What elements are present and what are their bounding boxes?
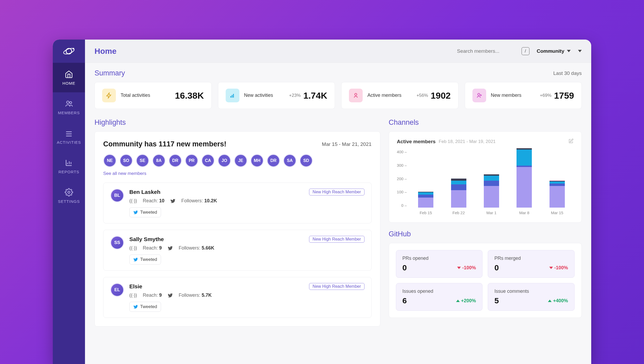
- bolt-icon: [102, 89, 116, 102]
- github-card[interactable]: PRs merged 0 -100%: [488, 250, 575, 278]
- ytick: 400 –: [397, 150, 407, 154]
- member-card[interactable]: SS Sally Smythe New High Reach Member ((…: [103, 230, 372, 271]
- github-card[interactable]: PRs opened 0 -100%: [396, 250, 483, 278]
- twitter-icon: [168, 293, 173, 298]
- bar-segment: [484, 181, 499, 186]
- twitter-icon: [170, 198, 176, 204]
- reach-icon: ((·)): [129, 245, 137, 251]
- svg-point-10: [478, 93, 480, 95]
- avatar: SS: [110, 236, 124, 250]
- highlights-date: Mar 15 - Mar 21, 2021: [322, 141, 372, 147]
- summary-cards: Total activities 16.38K New activities +…: [94, 82, 582, 109]
- bar-segment: [517, 167, 532, 208]
- workspace-label: Community: [537, 48, 565, 54]
- action-chip[interactable]: Tweeted: [129, 255, 161, 265]
- bar-label: Feb 22: [451, 210, 466, 215]
- github-card[interactable]: Issues opened 6 +200%: [396, 283, 483, 311]
- followers-stat: Followers: 5.7K: [179, 293, 212, 298]
- reach-icon: ((·)): [129, 198, 137, 204]
- gh-delta: -100%: [457, 265, 476, 271]
- workspace-dropdown[interactable]: Community: [537, 48, 571, 54]
- avatar[interactable]: 8A: [152, 154, 165, 167]
- search: /: [457, 47, 529, 55]
- avatar[interactable]: PR: [185, 154, 198, 167]
- avatar[interactable]: SE: [136, 154, 149, 167]
- card-active-members[interactable]: Active members +56%1902: [341, 82, 458, 109]
- bar-segment: [550, 186, 565, 208]
- sidebar-item-label: MEMBERS: [58, 111, 80, 115]
- svg-rect-7: [232, 95, 233, 98]
- member-name: Sally Smythe: [129, 236, 164, 242]
- card-value: 1.74K: [303, 90, 327, 101]
- sidebar-item-settings[interactable]: SETTINGS: [53, 181, 85, 210]
- logo[interactable]: [53, 40, 85, 63]
- see-all-link[interactable]: See all new members: [103, 171, 372, 176]
- avatar[interactable]: SA: [283, 154, 296, 167]
- search-input[interactable]: [457, 48, 518, 54]
- svg-point-9: [355, 93, 357, 95]
- action-chip[interactable]: Tweeted: [129, 302, 161, 312]
- card-label: New activities: [244, 92, 273, 98]
- reach-stat: Reach: 9: [143, 245, 162, 251]
- bar-label: Feb 15: [418, 210, 433, 215]
- settings-icon: [65, 188, 73, 197]
- twitter-icon: [168, 246, 173, 251]
- avatar[interactable]: SO: [120, 154, 133, 167]
- kbd-hint: /: [522, 47, 529, 55]
- secondary-dropdown[interactable]: [578, 50, 582, 52]
- reach-stat: Reach: 9: [143, 293, 162, 298]
- member-badge: New High Reach Member: [309, 189, 364, 195]
- bars-icon: [226, 89, 239, 102]
- avatar[interactable]: MH: [250, 154, 264, 167]
- gh-delta: +200%: [456, 298, 476, 304]
- github-card[interactable]: Issue comments 5 +400%: [488, 283, 575, 311]
- avatar[interactable]: NE: [103, 154, 116, 167]
- chevron-down-icon: [578, 50, 582, 52]
- highlights-headline: Community has 1117 new members!: [103, 140, 226, 148]
- topbar: Home / Community: [85, 40, 591, 63]
- members-icon: [65, 99, 73, 108]
- avatar[interactable]: JE: [234, 154, 247, 167]
- sidebar-item-label: SETTINGS: [58, 199, 80, 204]
- avatar[interactable]: CA: [201, 154, 215, 167]
- sidebar-item-activities[interactable]: ACTIVITIES: [53, 122, 85, 151]
- card-total-activities[interactable]: Total activities 16.38K: [94, 82, 212, 109]
- bar-segment: [451, 190, 466, 208]
- chart-title: Active members: [397, 139, 436, 145]
- sidebar-item-home[interactable]: HOME: [53, 63, 85, 92]
- followers-stat: Followers: 10.2K: [181, 198, 217, 204]
- avatar[interactable]: DR: [169, 154, 182, 167]
- avatar[interactable]: DR: [267, 154, 280, 167]
- ytick: 200 –: [397, 176, 407, 181]
- gh-label: PRs opened: [402, 256, 476, 261]
- member-name: Elsie: [129, 283, 142, 290]
- down-triangle-icon: [549, 267, 553, 269]
- sidebar-item-reports[interactable]: REPORTS: [53, 151, 85, 181]
- summary-range: Last 30 days: [553, 70, 582, 76]
- sidebar-item-members[interactable]: MEMBERS: [53, 92, 85, 122]
- action-chip[interactable]: Tweeted: [129, 207, 161, 217]
- gh-value: 0: [402, 263, 407, 272]
- gh-delta: -100%: [549, 265, 568, 271]
- bar-label: Mar 15: [550, 210, 565, 215]
- bar-segment: [418, 192, 433, 194]
- chevron-down-icon: [567, 50, 571, 52]
- card-delta: +23%: [289, 93, 301, 98]
- bar-group: Feb 15: [418, 192, 433, 208]
- github-panel: PRs opened 0 -100%PRs merged 0 -100%Issu…: [389, 243, 582, 318]
- sidebar-item-label: ACTIVITIES: [57, 140, 81, 145]
- bar-segment: [418, 198, 433, 208]
- svg-rect-6: [230, 96, 231, 98]
- highlights-title: Highlights: [94, 118, 380, 127]
- edit-icon[interactable]: [568, 138, 574, 145]
- bar-segment: [550, 181, 565, 184]
- reach-stat: Reach: 10: [143, 198, 164, 204]
- gh-label: Issues opened: [402, 289, 476, 294]
- member-card[interactable]: BL Ben Laskeh New High Reach Member ((·)…: [103, 183, 372, 223]
- member-card[interactable]: EL Elsie New High Reach Member ((·)) Rea…: [103, 277, 372, 318]
- card-new-members[interactable]: New members +69%1759: [465, 82, 582, 109]
- card-new-activities[interactable]: New activities +23%1.74K: [218, 82, 335, 109]
- avatar[interactable]: JO: [218, 154, 231, 167]
- user-plus-icon: [472, 89, 486, 102]
- avatar[interactable]: SD: [300, 154, 313, 167]
